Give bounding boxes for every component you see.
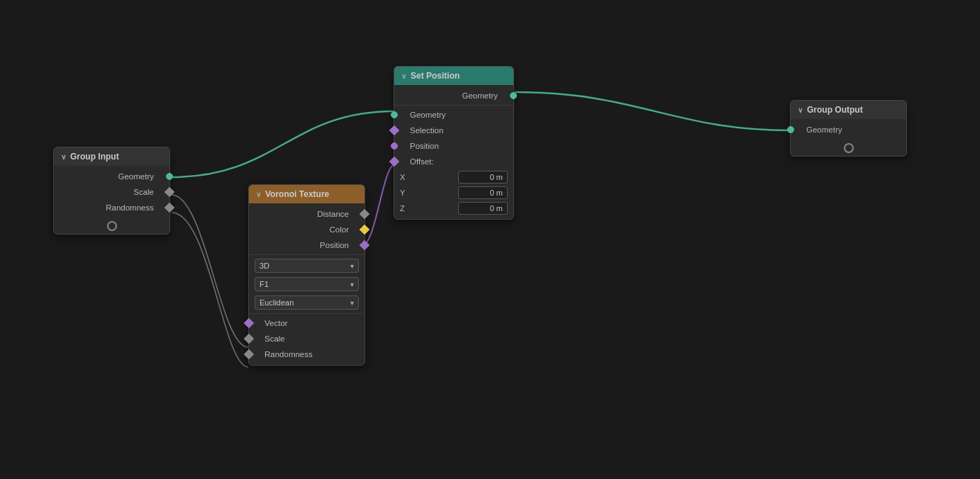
voronoi-vector-label: Vector	[255, 319, 298, 327]
set-position-geometry-in-label: Geometry	[400, 111, 456, 119]
output-randomness-socket[interactable]	[165, 203, 174, 213]
output-geometry-socket[interactable]	[166, 173, 173, 180]
set-position-position-socket[interactable]	[391, 142, 398, 150]
add-socket-button[interactable]	[107, 221, 117, 231]
set-position-title: Set Position	[411, 71, 460, 81]
sp-divider	[394, 105, 513, 106]
group-output-header: ∨ Group Output	[791, 101, 906, 119]
group-output-body: Geometry	[791, 119, 906, 140]
voronoi-randomness-socket[interactable]	[244, 349, 254, 359]
offset-y-value[interactable]: 0 m	[458, 186, 508, 199]
offset-z-label: Z	[400, 204, 455, 213]
output-randomness-label: Randomness	[96, 203, 164, 212]
set-position-geometry-out-label: Geometry	[452, 91, 508, 100]
offset-y-label: Y	[400, 188, 455, 197]
set-position-collapse-icon[interactable]: ∨	[401, 72, 406, 80]
node-canvas[interactable]: ∨ Group Input Geometry Scale Randomness …	[0, 0, 980, 479]
voronoi-scale-socket[interactable]	[244, 334, 254, 344]
group-output-collapse-icon[interactable]: ∨	[798, 106, 803, 114]
set-position-header: ∨ Set Position	[394, 67, 513, 85]
set-position-node[interactable]: ∨ Set Position Geometry Geometry Selecti…	[394, 66, 514, 220]
voronoi-randomness-label: Randomness	[255, 350, 323, 359]
offset-z-row: Z 0 m	[394, 201, 513, 216]
dropdown-3d[interactable]: 3D ▾	[255, 259, 359, 273]
voronoi-body: Distance Color Position 3D ▾ F	[249, 203, 364, 365]
dropdown-euclidean-row: Euclidean ▾	[249, 293, 364, 312]
voronoi-scale-label: Scale	[255, 334, 295, 343]
group-input-body: Geometry Scale Randomness	[54, 166, 169, 218]
voronoi-position-socket[interactable]	[360, 240, 369, 250]
group-output-footer	[791, 140, 906, 156]
dropdown-f1-row: F1 ▾	[249, 275, 364, 293]
dropdown-euclidean-arrow: ▾	[350, 299, 354, 307]
voronoi-distance-socket[interactable]	[360, 209, 369, 219]
offset-x-label: X	[400, 173, 455, 181]
group-input-node[interactable]: ∨ Group Input Geometry Scale Randomness	[53, 147, 170, 235]
voronoi-color-socket[interactable]	[360, 225, 369, 235]
voronoi-title: Voronoi Texture	[265, 189, 329, 199]
output-randomness-row: Randomness	[54, 200, 169, 215]
group-output-node[interactable]: ∨ Group Output Geometry	[790, 100, 907, 157]
dropdown-f1-arrow: ▾	[350, 281, 354, 288]
voronoi-texture-node[interactable]: ∨ Voronoi Texture Distance Color Positio…	[248, 184, 365, 366]
set-position-geometry-in-row: Geometry	[394, 107, 513, 123]
set-position-selection-label: Selection	[400, 126, 453, 135]
dropdown-f1-value: F1	[260, 280, 269, 288]
group-output-geometry-label: Geometry	[796, 125, 852, 134]
offset-y-row: Y 0 m	[394, 185, 513, 201]
dropdown-euclidean-value: Euclidean	[260, 298, 294, 307]
dropdown-f1[interactable]: F1 ▾	[255, 277, 359, 291]
voronoi-collapse-icon[interactable]: ∨	[256, 191, 261, 198]
offset-x-value[interactable]: 0 m	[458, 171, 508, 184]
group-output-geometry-socket[interactable]	[787, 126, 794, 133]
output-scale-label: Scale	[123, 188, 164, 196]
set-position-geometry-out-socket[interactable]	[510, 92, 517, 99]
divider2	[249, 313, 364, 314]
output-geometry-row: Geometry	[54, 169, 169, 184]
voronoi-distance-row: Distance	[249, 206, 364, 222]
voronoi-header: ∨ Voronoi Texture	[249, 185, 364, 203]
set-position-geometry-in-socket[interactable]	[391, 111, 398, 118]
group-output-geometry-row: Geometry	[791, 122, 906, 137]
group-input-header: ∨ Group Input	[54, 147, 169, 166]
voronoi-position-label: Position	[310, 241, 359, 249]
output-geometry-label: Geometry	[108, 172, 165, 181]
dropdown-3d-value: 3D	[260, 261, 269, 270]
group-output-title: Group Output	[807, 105, 863, 115]
divider1	[249, 254, 364, 255]
set-position-body: Geometry Geometry Selection Position Off…	[394, 85, 513, 219]
voronoi-color-row: Color	[249, 222, 364, 237]
set-position-offset-socket[interactable]	[389, 157, 399, 167]
voronoi-scale-row: Scale	[249, 331, 364, 346]
set-position-geometry-out-row: Geometry	[394, 88, 513, 103]
offset-x-row: X 0 m	[394, 169, 513, 185]
dropdown-euclidean[interactable]: Euclidean ▾	[255, 295, 359, 310]
group-input-footer	[54, 218, 169, 234]
voronoi-position-row: Position	[249, 237, 364, 253]
group-output-add-socket[interactable]	[844, 143, 854, 153]
set-position-offset-label: Offset:	[400, 157, 444, 166]
output-scale-row: Scale	[54, 184, 169, 200]
set-position-selection-row: Selection	[394, 123, 513, 138]
collapse-icon[interactable]: ∨	[61, 153, 66, 161]
output-scale-socket[interactable]	[165, 187, 174, 197]
voronoi-randomness-row: Randomness	[249, 346, 364, 362]
set-position-selection-socket[interactable]	[389, 125, 399, 135]
set-position-position-row: Position	[394, 138, 513, 154]
dropdown-3d-row: 3D ▾	[249, 257, 364, 275]
voronoi-vector-row: Vector	[249, 315, 364, 331]
set-position-offset-row: Offset:	[394, 154, 513, 169]
group-input-title: Group Input	[70, 152, 119, 162]
dropdown-3d-arrow: ▾	[350, 262, 354, 270]
voronoi-distance-label: Distance	[307, 210, 359, 218]
voronoi-color-label: Color	[320, 225, 359, 234]
offset-z-value[interactable]: 0 m	[458, 202, 508, 215]
voronoi-vector-socket[interactable]	[244, 318, 254, 328]
set-position-position-label: Position	[400, 142, 449, 150]
